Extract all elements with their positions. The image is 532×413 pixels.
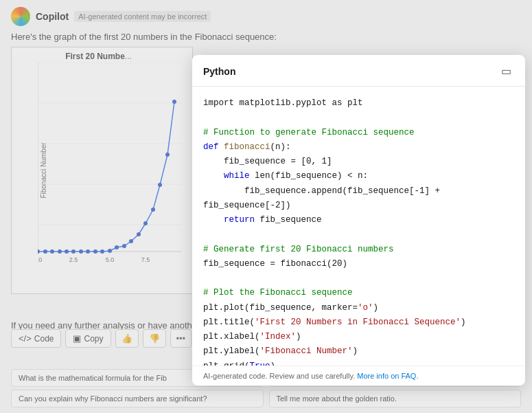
code-line-def: def fibonacci(n): bbox=[203, 140, 514, 155]
code-copy-icon-button[interactable]: ▭ bbox=[498, 63, 514, 79]
code-panel: Python ▭ import matplotlib.pyplot as plt… bbox=[192, 55, 525, 386]
code-line-return: return fib_sequence bbox=[203, 213, 514, 227]
code-footer: AI-generated code. Review and use carefu… bbox=[192, 366, 525, 386]
code-line-blank-3 bbox=[203, 271, 514, 286]
copy-square-icon: ▭ bbox=[501, 65, 511, 77]
code-line-append: fib_sequence.append(fib_sequence[-1] + f… bbox=[203, 184, 514, 214]
code-line-xlabel: plt.xlabel('Index') bbox=[203, 330, 514, 344]
code-panel-title: Python bbox=[203, 66, 235, 77]
code-line-1: import matplotlib.pyplot as plt bbox=[203, 96, 514, 111]
code-line-title: plt.title('First 20 Numbers in Fibonacci… bbox=[203, 315, 514, 330]
code-line-ylabel: plt.ylabel('Fibonacci Number') bbox=[203, 344, 514, 359]
code-body[interactable]: import matplotlib.pyplot as plt # Functi… bbox=[192, 87, 525, 366]
faq-link[interactable]: More info on FAQ. bbox=[357, 372, 418, 380]
code-line-comment-1: # Function to generate Fibonacci sequenc… bbox=[203, 126, 514, 140]
code-line-fib-seq: fib_sequence = [0, 1] bbox=[203, 155, 514, 169]
code-line-plot: plt.plot(fib_sequence, marker='o') bbox=[203, 301, 514, 315]
main-container: Copilot AI-generated content may be inco… bbox=[0, 0, 532, 413]
code-line-blank-1 bbox=[203, 111, 514, 125]
code-line-blank-2 bbox=[203, 227, 514, 242]
code-panel-header: Python ▭ bbox=[192, 55, 525, 87]
code-line-call-fib: fib_sequence = fibonacci(20) bbox=[203, 257, 514, 271]
code-line-comment-3: # Plot the Fibonacci sequence bbox=[203, 286, 514, 300]
code-line-grid: plt.grid(True) bbox=[203, 359, 514, 366]
code-line-while: while len(fib_sequence) < n: bbox=[203, 169, 514, 183]
code-line-comment-2: # Generate first 20 Fibonacci numbers bbox=[203, 243, 514, 257]
